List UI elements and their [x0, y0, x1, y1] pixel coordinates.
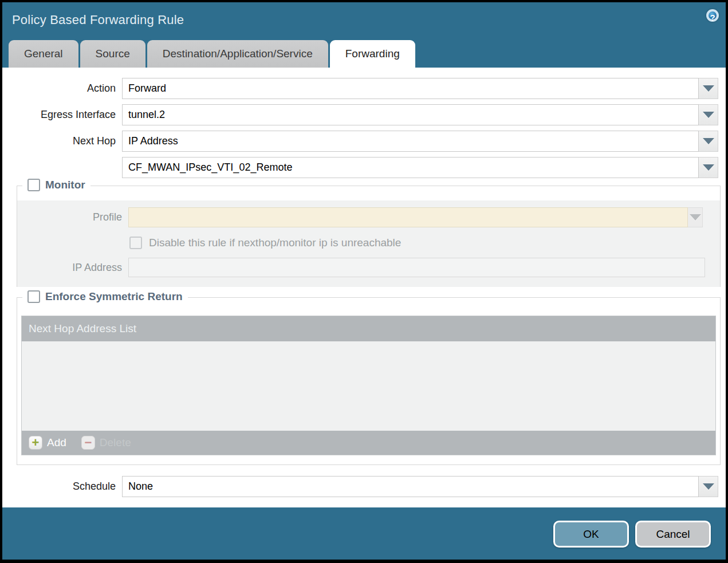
delete-button: − Delete — [81, 436, 131, 450]
dialog-titlebar: Policy Based Forwarding Rule ? — [2, 2, 726, 40]
add-button-label: Add — [47, 436, 66, 449]
schedule-label: Schedule — [2, 476, 122, 497]
next-hop-label: Next Hop — [2, 131, 122, 152]
next-hop-address-row: CF_MWAN_IPsec_VTI_02_Remote — [2, 157, 718, 178]
schedule-input[interactable]: None — [122, 476, 699, 497]
next-hop-type-input[interactable]: IP Address — [122, 131, 699, 152]
next-hop-address-input[interactable]: CF_MWAN_IPsec_VTI_02_Remote — [122, 157, 699, 178]
dialog-footer: OK Cancel — [2, 507, 726, 560]
enforce-symmetric-return-checkbox[interactable] — [27, 290, 40, 303]
tab-destination-application-service[interactable]: Destination/Application/Service — [147, 40, 328, 68]
enforce-symmetric-return-section: Enforce Symmetric Return Next Hop Addres… — [17, 297, 721, 465]
monitor-ip-address-row: IP Address — [17, 258, 720, 278]
tab-general[interactable]: General — [9, 40, 78, 68]
next-hop-address-list-body[interactable] — [22, 341, 715, 431]
help-icon[interactable]: ? — [706, 9, 719, 22]
monitor-profile-row: Profile — [17, 207, 720, 227]
monitor-legend-label: Monitor — [45, 179, 85, 191]
next-hop-row: Next Hop IP Address — [2, 131, 718, 152]
monitor-checkbox[interactable] — [27, 179, 40, 191]
tab-bar: General Source Destination/Application/S… — [2, 40, 726, 68]
schedule-row: Schedule None — [2, 476, 718, 497]
action-row: Action Forward — [2, 78, 718, 99]
tab-forwarding[interactable]: Forwarding — [330, 40, 415, 68]
action-input[interactable]: Forward — [122, 78, 699, 99]
egress-interface-row: Egress Interface tunnel.2 — [2, 104, 718, 125]
monitor-legend: Monitor — [22, 179, 90, 191]
monitor-profile-dropdown-button — [688, 207, 703, 227]
next-hop-address-label-spacer — [2, 157, 122, 178]
action-label: Action — [2, 78, 122, 99]
chevron-down-icon — [703, 483, 714, 490]
chevron-down-icon — [690, 214, 701, 221]
chevron-down-icon — [703, 164, 714, 171]
chevron-down-icon — [703, 112, 714, 118]
add-button[interactable]: + Add — [29, 436, 66, 450]
cancel-button[interactable]: Cancel — [635, 521, 711, 548]
disable-rule-label: Disable this rule if nexthop/monitor ip … — [149, 237, 401, 249]
monitor-body: Profile Disable this rule if nexthop/mon… — [17, 200, 720, 287]
delete-button-label: Delete — [100, 436, 131, 449]
action-dropdown-button[interactable] — [699, 78, 718, 99]
chevron-down-icon — [703, 138, 714, 144]
monitor-ip-address-input — [128, 258, 705, 277]
disable-rule-checkbox — [129, 237, 142, 249]
tab-source[interactable]: Source — [80, 40, 145, 68]
monitor-section: Monitor Profile Disable this rule if nex… — [17, 186, 721, 287]
pbf-rule-dialog: Policy Based Forwarding Rule ? General S… — [2, 2, 726, 560]
next-hop-address-list-toolbar: + Add − Delete — [22, 431, 715, 455]
egress-interface-dropdown-button[interactable] — [699, 104, 718, 125]
egress-interface-input[interactable]: tunnel.2 — [122, 104, 699, 125]
next-hop-address-list-header: Next Hop Address List — [22, 316, 715, 341]
ok-button[interactable]: OK — [553, 521, 629, 548]
chevron-down-icon — [703, 85, 714, 92]
schedule-dropdown-button[interactable] — [699, 476, 718, 497]
next-hop-address-list-table: Next Hop Address List + Add − Delete — [21, 316, 716, 455]
dialog-title: Policy Based Forwarding Rule — [12, 13, 184, 27]
next-hop-type-dropdown-button[interactable] — [699, 131, 718, 152]
monitor-profile-input — [128, 207, 688, 227]
monitor-disable-rule-row: Disable this rule if nexthop/monitor ip … — [129, 235, 720, 250]
monitor-ip-address-label: IP Address — [17, 258, 128, 278]
add-icon: + — [29, 436, 42, 450]
delete-icon: − — [81, 436, 95, 450]
next-hop-address-dropdown-button[interactable] — [699, 157, 718, 178]
egress-interface-label: Egress Interface — [2, 104, 122, 125]
enforce-symmetric-return-legend: Enforce Symmetric Return — [22, 290, 188, 303]
monitor-profile-label: Profile — [17, 207, 128, 227]
tab-content-forwarding: Action Forward Egress Interface tunnel.2… — [2, 68, 726, 507]
enforce-symmetric-return-legend-label: Enforce Symmetric Return — [45, 290, 183, 303]
